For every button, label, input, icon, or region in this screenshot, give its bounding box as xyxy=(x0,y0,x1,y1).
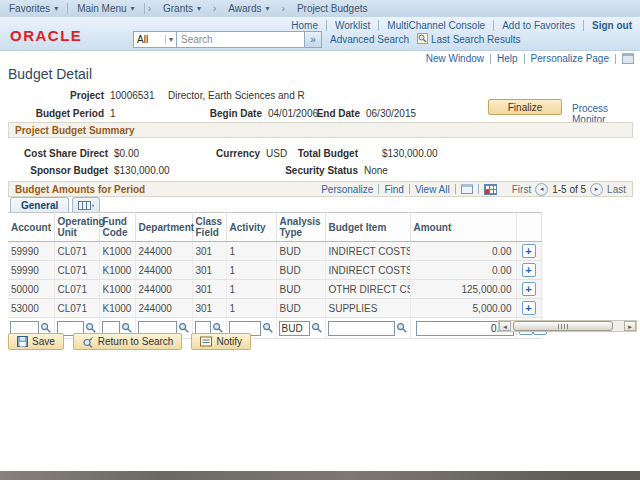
cell-department: 244000 xyxy=(135,261,192,280)
budget-detail-page: Favorites ▾ Main Menu ▾ › Grants ▾ › Awa… xyxy=(0,0,640,480)
personalize-link[interactable]: Personalize xyxy=(321,184,373,195)
scrollbar-thumb[interactable] xyxy=(513,321,613,331)
chevron-down-icon: ▾ xyxy=(266,4,270,13)
cost-share-value: $0.00 xyxy=(114,148,139,159)
cell-analysis-type: BUD xyxy=(276,242,325,261)
table-row: 59990 CL071 K1000 244000 301 1 BUD INDIR… xyxy=(8,242,541,261)
link-divider xyxy=(490,54,491,64)
advanced-search-link[interactable]: Advanced Search xyxy=(330,34,409,45)
link-divider xyxy=(409,184,410,194)
link-divider xyxy=(478,184,479,194)
pager-last-link[interactable]: Last xyxy=(607,184,626,195)
cell-operating-unit: CL071 xyxy=(54,242,99,261)
chevron-down-icon: ▾ xyxy=(131,4,135,13)
new-window-link[interactable]: New Window xyxy=(426,53,484,64)
lookup-icon[interactable] xyxy=(396,322,408,334)
layout-icon[interactable] xyxy=(622,53,634,64)
search-scope-select[interactable]: All ▾ xyxy=(133,31,177,48)
cell-account: 53000 xyxy=(8,299,54,318)
cell-department: 244000 xyxy=(135,299,192,318)
chevron-down-icon: ▾ xyxy=(165,35,173,44)
lookup-icon[interactable] xyxy=(262,322,274,334)
pager-previous-icon[interactable]: ◂ xyxy=(535,183,548,196)
pager-next-icon[interactable]: ▸ xyxy=(590,183,603,196)
help-link[interactable]: Help xyxy=(497,53,518,64)
add-row-button[interactable]: + xyxy=(522,301,536,315)
analysis-type-input[interactable] xyxy=(279,321,310,336)
nav-link-home[interactable]: Home xyxy=(291,20,318,31)
cell-operating-unit: CL071 xyxy=(54,299,99,318)
budget-amounts-header: Budget Amounts for Period Personalize Fi… xyxy=(8,181,633,197)
breadcrumb-separator-icon: › xyxy=(145,3,154,14)
cell-account: 59990 xyxy=(8,242,54,261)
cell-analysis-type: BUD xyxy=(276,280,325,299)
favorites-menu[interactable]: Favorites ▾ xyxy=(0,3,67,14)
cell-budget-item: INDIRECT COSTS xyxy=(325,261,410,280)
breadcrumb-item-project-budgets[interactable]: Project Budgets xyxy=(288,3,377,14)
notify-button[interactable]: Notify xyxy=(191,333,251,350)
show-all-columns-tab[interactable] xyxy=(72,197,100,213)
notify-label: Notify xyxy=(216,336,242,347)
return-to-search-button[interactable]: Return to Search xyxy=(73,333,183,350)
budget-grid-table: Account Operating Unit Fund Code Departm… xyxy=(8,212,542,339)
tab-general[interactable]: General xyxy=(10,197,69,213)
cell-budget-item: SUPPLIES xyxy=(325,299,410,318)
cell-activity: 1 xyxy=(226,242,276,261)
find-link[interactable]: Find xyxy=(384,184,403,195)
begin-date-value: 04/01/2006 xyxy=(268,108,318,119)
breadcrumb-label: Grants xyxy=(163,3,193,14)
sign-out-link[interactable]: Sign out xyxy=(592,20,632,31)
cell-activity: 1 xyxy=(226,299,276,318)
cell-amount: 0.00 xyxy=(410,242,516,261)
search-scope-value: All xyxy=(137,34,148,45)
cell-amount: 125,000.00 xyxy=(410,280,516,299)
link-divider xyxy=(615,54,616,64)
total-budget-label: Total Budget xyxy=(295,148,358,159)
search-go-button[interactable]: » xyxy=(305,31,322,48)
save-button[interactable]: Save xyxy=(8,333,64,350)
main-menu[interactable]: Main Menu ▾ xyxy=(68,3,143,14)
grid-pager: First ◂ 1-5 of 5 ▸ Last xyxy=(512,183,626,196)
column-header-actions xyxy=(516,213,541,242)
add-row-button[interactable]: + xyxy=(522,244,536,258)
last-search-results-link[interactable]: Last Search Results xyxy=(431,34,521,45)
cell-account: 50000 xyxy=(8,280,54,299)
grid-header-row: Account Operating Unit Fund Code Departm… xyxy=(8,213,541,242)
chevron-down-icon: ▾ xyxy=(197,4,201,13)
total-budget-value: $130,000.00 xyxy=(382,148,438,159)
table-row: 53000 CL071 K1000 244000 301 1 BUD SUPPL… xyxy=(8,299,541,318)
finalize-button[interactable]: Finalize xyxy=(488,99,562,115)
search-input[interactable] xyxy=(177,31,305,48)
download-grid-icon[interactable] xyxy=(484,184,497,195)
cell-activity: 1 xyxy=(226,261,276,280)
nav-link-worklist[interactable]: Worklist xyxy=(335,20,370,31)
lookup-icon[interactable] xyxy=(311,322,323,334)
cell-operating-unit: CL071 xyxy=(54,280,99,299)
scrollbar-track[interactable] xyxy=(511,321,624,331)
oracle-logo: ORACLE xyxy=(10,27,82,44)
save-icon xyxy=(17,336,28,347)
grid-toolbar: Personalize Find View All First ◂ 1-5 of… xyxy=(321,183,626,196)
return-to-search-label: Return to Search xyxy=(98,336,174,347)
column-header-account: Account xyxy=(8,213,54,242)
nav-link-add-to-favorites[interactable]: Add to Favorites xyxy=(502,20,575,31)
view-all-link[interactable]: View All xyxy=(415,184,450,195)
add-row-button[interactable]: + xyxy=(522,282,536,296)
breadcrumb-item-awards[interactable]: Awards ▾ xyxy=(219,3,278,14)
personalize-page-link[interactable]: Personalize Page xyxy=(531,53,609,64)
add-row-button[interactable]: + xyxy=(522,263,536,277)
zoom-grid-icon[interactable] xyxy=(461,184,473,194)
cell-account: 59990 xyxy=(8,261,54,280)
column-header-class-field: Class Field xyxy=(192,213,226,242)
scroll-left-icon[interactable]: ◂ xyxy=(499,321,511,331)
nav-divider xyxy=(326,20,327,31)
end-date-label: End Date xyxy=(312,108,360,119)
breadcrumb-item-grants[interactable]: Grants ▾ xyxy=(154,3,210,14)
nav-link-multichannel-console[interactable]: MultiChannel Console xyxy=(387,20,485,31)
cell-amount: 5,000.00 xyxy=(410,299,516,318)
scroll-right-icon[interactable]: ▸ xyxy=(624,321,636,331)
pager-first-link[interactable]: First xyxy=(512,184,531,195)
budget-item-input[interactable] xyxy=(328,321,395,336)
notify-icon xyxy=(200,336,212,347)
column-header-amount: Amount xyxy=(410,213,516,242)
